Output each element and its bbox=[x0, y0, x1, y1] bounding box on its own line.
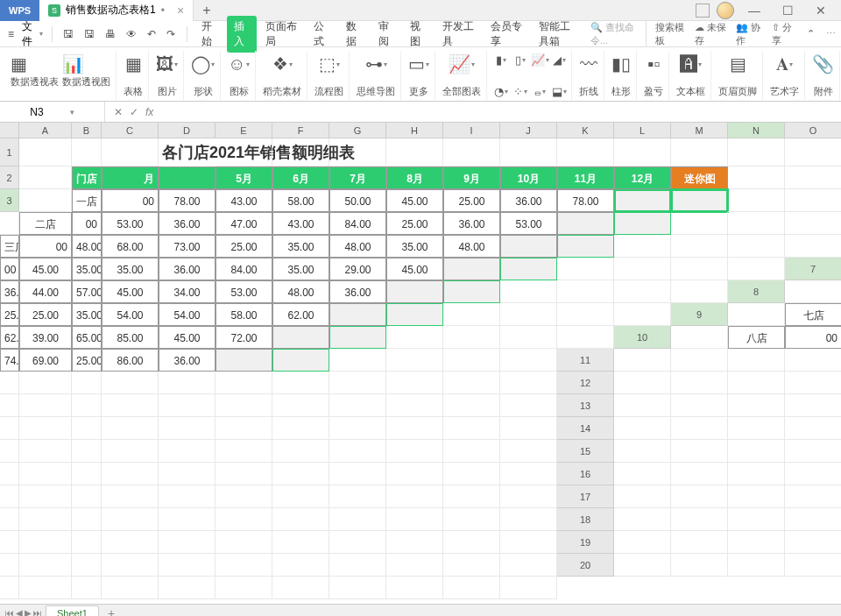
group-flowchart[interactable]: ⬚▾流程图 bbox=[309, 51, 350, 100]
cell-Q7[interactable] bbox=[614, 280, 671, 303]
cell-E2[interactable]: 5月 bbox=[216, 166, 272, 189]
redo-icon[interactable]: ↷ bbox=[164, 25, 178, 43]
cell-O1[interactable] bbox=[785, 138, 841, 166]
cell-J19[interactable] bbox=[72, 554, 102, 577]
cell-N20[interactable] bbox=[272, 577, 329, 599]
cell-N19[interactable] bbox=[272, 554, 329, 577]
cell-Q12[interactable] bbox=[443, 394, 500, 417]
cell-J13[interactable] bbox=[72, 417, 102, 440]
cell-G8[interactable]: 25.00 bbox=[19, 303, 72, 326]
search-templates[interactable]: 搜索模板 bbox=[655, 21, 686, 47]
cell-L5[interactable]: 48.00 bbox=[443, 235, 500, 258]
cell-J15[interactable] bbox=[72, 463, 102, 485]
row-header-17[interactable]: 17 bbox=[557, 485, 614, 508]
col-header-A[interactable]: A bbox=[19, 123, 72, 138]
cell-L6[interactable]: 45.00 bbox=[386, 258, 443, 280]
cell-E6[interactable]: 45.00 bbox=[19, 258, 72, 280]
cell-H8[interactable]: 35.00 bbox=[72, 303, 102, 326]
group-pivot[interactable]: ▦数据透视表 📊数据透视图 bbox=[5, 51, 117, 100]
group-mindmap[interactable]: ⊶▾思维导图 bbox=[351, 51, 401, 100]
cell-D1[interactable]: 各门店2021年销售额明细表 bbox=[159, 138, 216, 166]
cell-R7[interactable] bbox=[671, 280, 728, 303]
cell-R10[interactable] bbox=[500, 349, 557, 372]
cell-K2[interactable]: 11月 bbox=[557, 166, 614, 189]
cell-P17[interactable] bbox=[386, 508, 443, 531]
cell-C3[interactable]: 00 bbox=[102, 189, 159, 212]
cell-G5[interactable]: 73.00 bbox=[159, 235, 216, 258]
cell-B3[interactable]: 一店 bbox=[72, 189, 102, 212]
group-shapes[interactable]: ◯▾形状 bbox=[186, 51, 221, 100]
cell-L4[interactable]: 53.00 bbox=[500, 212, 557, 235]
bar-chart-icon[interactable]: ▮▾ bbox=[494, 53, 508, 67]
cell-C1[interactable] bbox=[102, 138, 159, 166]
cell-H5[interactable]: 25.00 bbox=[216, 235, 272, 258]
cell-Q4[interactable] bbox=[785, 212, 841, 235]
cell-B19[interactable] bbox=[671, 531, 728, 554]
cell-L14[interactable] bbox=[159, 440, 216, 463]
cell-R14[interactable] bbox=[500, 440, 557, 463]
tab-devtools[interactable]: 开发工具 bbox=[435, 16, 482, 53]
cell-A14[interactable] bbox=[614, 417, 671, 440]
cell-Q19[interactable] bbox=[443, 554, 500, 577]
cell-G2[interactable]: 7月 bbox=[329, 166, 386, 189]
cell-C20[interactable] bbox=[728, 554, 785, 577]
cell-L12[interactable] bbox=[159, 394, 216, 417]
cell-L10[interactable]: 36.00 bbox=[159, 349, 216, 372]
cell-N9[interactable] bbox=[329, 326, 386, 349]
cell-I2[interactable]: 9月 bbox=[443, 166, 500, 189]
tab-review[interactable]: 审阅 bbox=[371, 16, 402, 53]
group-charts[interactable]: 📈▾全部图表 bbox=[437, 51, 487, 100]
cell-H4[interactable]: 43.00 bbox=[272, 212, 329, 235]
cell-E3[interactable]: 78.00 bbox=[159, 189, 216, 212]
cell-K18[interactable] bbox=[102, 531, 159, 554]
tab-home[interactable]: 开始 bbox=[194, 16, 225, 53]
cell-C13[interactable] bbox=[728, 394, 785, 417]
cell-M4[interactable] bbox=[557, 212, 614, 235]
row-header-11[interactable]: 11 bbox=[557, 349, 614, 372]
fx-icon[interactable]: fx bbox=[145, 106, 153, 118]
unsaved-indicator[interactable]: ☁ 未保存 bbox=[695, 21, 727, 47]
cell-D2[interactable] bbox=[159, 166, 216, 189]
col-header-O[interactable]: O bbox=[785, 123, 841, 138]
tab-formula[interactable]: 公式 bbox=[307, 16, 337, 53]
group-textbox[interactable]: 🅰▾文本框 bbox=[671, 51, 711, 100]
tab-data[interactable]: 数据 bbox=[339, 16, 370, 53]
cell-L20[interactable] bbox=[159, 577, 216, 599]
cell-A10[interactable] bbox=[671, 326, 728, 349]
cell-F3[interactable]: 43.00 bbox=[216, 189, 272, 212]
cell-I9[interactable]: 65.00 bbox=[72, 326, 102, 349]
cell-J3[interactable]: 25.00 bbox=[443, 189, 500, 212]
cell-O10[interactable] bbox=[329, 349, 386, 372]
cell-B11[interactable] bbox=[671, 349, 728, 372]
cell-J4[interactable]: 25.00 bbox=[386, 212, 443, 235]
cell-R17[interactable] bbox=[500, 508, 557, 531]
cell-H15[interactable] bbox=[0, 463, 19, 485]
cancel-formula-icon[interactable]: ✕ bbox=[114, 106, 123, 118]
cell-M3[interactable] bbox=[614, 189, 671, 212]
cell-R11[interactable] bbox=[500, 372, 557, 394]
line-chart-icon[interactable]: 📈▾ bbox=[533, 53, 547, 67]
row-header-12[interactable]: 12 bbox=[557, 372, 614, 394]
cell-I18[interactable] bbox=[19, 531, 72, 554]
tab-nav-prev-icon[interactable]: ◀ bbox=[16, 608, 23, 616]
cell-I10[interactable]: 69.00 bbox=[19, 349, 72, 372]
cell-H12[interactable] bbox=[0, 394, 19, 417]
cell-B14[interactable] bbox=[671, 417, 728, 440]
cell-H11[interactable] bbox=[0, 372, 19, 394]
cell-A18[interactable] bbox=[614, 508, 671, 531]
cell-Q5[interactable] bbox=[728, 235, 785, 258]
stock-chart-icon[interactable]: ⏛▾ bbox=[533, 84, 547, 98]
group-sparkline-line[interactable]: 〰折线 bbox=[574, 51, 604, 100]
cell-P20[interactable] bbox=[386, 577, 443, 599]
cell-H6[interactable]: 36.00 bbox=[159, 258, 216, 280]
col-header-E[interactable]: E bbox=[216, 123, 272, 138]
cell-O16[interactable] bbox=[329, 485, 386, 508]
cell-R13[interactable] bbox=[500, 417, 557, 440]
cell-J9[interactable]: 85.00 bbox=[102, 326, 159, 349]
close-tab-icon[interactable]: × bbox=[177, 4, 184, 18]
cell-G7[interactable]: 57.00 bbox=[72, 280, 102, 303]
cell-H10[interactable]: 74.00 bbox=[0, 349, 19, 372]
cell-B20[interactable] bbox=[671, 554, 728, 577]
cell-A16[interactable] bbox=[614, 463, 671, 485]
cell-I4[interactable]: 84.00 bbox=[329, 212, 386, 235]
